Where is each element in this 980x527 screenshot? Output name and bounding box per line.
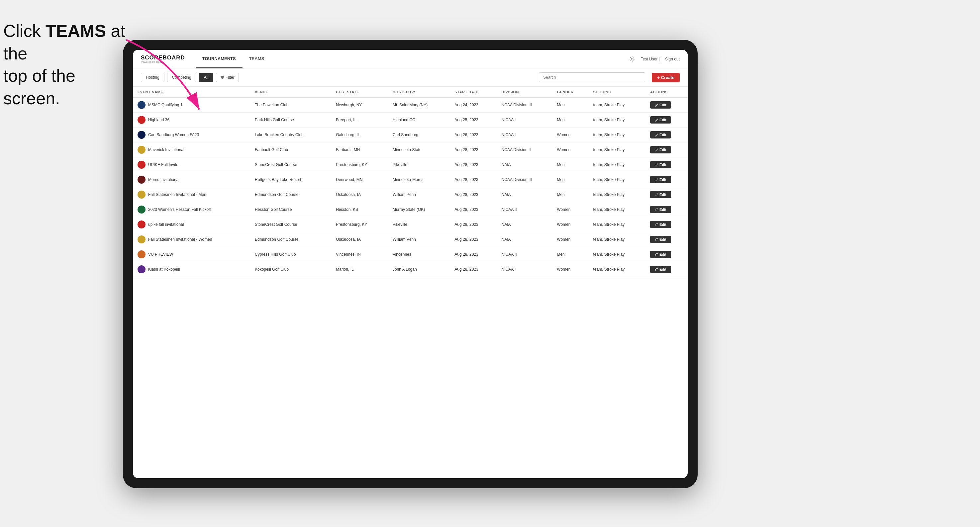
edit-button[interactable]: Edit [650, 161, 671, 168]
actions-cell: Edit [646, 262, 688, 277]
division-cell: NICAA II [497, 247, 552, 262]
city-state-cell: Marion, IL [331, 262, 388, 277]
event-name-cell: VU PREVIEW [133, 247, 250, 262]
division-cell: NAIA [497, 187, 552, 202]
venue-cell: StoneCrest Golf Course [250, 217, 331, 232]
table-row: Highland 36 Park Hills Golf CourseFreepo… [133, 113, 688, 127]
event-name: MSMC Qualifying 1 [148, 103, 182, 107]
city-state-cell: Newburgh, NY [331, 98, 388, 113]
scoring-cell: team, Stroke Play [589, 202, 646, 217]
edit-icon [655, 193, 658, 196]
hosted-by-cell: Vincennes [388, 247, 450, 262]
nav-tab-teams[interactable]: TEAMS [242, 50, 271, 68]
edit-button[interactable]: Edit [650, 146, 671, 153]
start-date-cell: Aug 28, 2023 [450, 217, 496, 232]
toolbar: Hosting Competing All Filter + Create [133, 68, 688, 87]
scoring-cell: team, Stroke Play [589, 127, 646, 143]
table-row: UPIKE Fall Invite StoneCrest Golf Course… [133, 157, 688, 172]
edit-button[interactable]: Edit [650, 131, 671, 138]
nav-tab-tournaments[interactable]: TOURNAMENTS [196, 50, 242, 68]
scoring-cell: team, Stroke Play [589, 172, 646, 187]
actions-cell: Edit [646, 202, 688, 217]
division-cell: NICAA I [497, 127, 552, 143]
venue-cell: Edmundson Golf Course [250, 232, 331, 247]
edit-button[interactable]: Edit [650, 266, 671, 273]
venue-cell: Hesston Golf Course [250, 202, 331, 217]
gender-cell: Men [552, 113, 588, 127]
event-name: UPIKE Fall Invite [148, 162, 178, 167]
city-state-cell: Hesston, KS [331, 202, 388, 217]
division-cell: NCAA Division III [497, 172, 552, 187]
start-date-cell: Aug 28, 2023 [450, 202, 496, 217]
scoring-cell: team, Stroke Play [589, 98, 646, 113]
hosting-button[interactable]: Hosting [141, 73, 164, 82]
start-date-cell: Aug 28, 2023 [450, 157, 496, 172]
edit-button[interactable]: Edit [650, 221, 671, 228]
actions-cell: Edit [646, 232, 688, 247]
gender-cell: Men [552, 247, 588, 262]
venue-cell: Ruttger's Bay Lake Resort [250, 172, 331, 187]
start-date-cell: Aug 24, 2023 [450, 98, 496, 113]
actions-cell: Edit [646, 98, 688, 113]
all-button[interactable]: All [199, 73, 213, 82]
table-row: Klash at Kokopelli Kokopelli Golf ClubMa… [133, 262, 688, 277]
division-cell: NAIA [497, 232, 552, 247]
competing-button[interactable]: Competing [167, 73, 196, 82]
gender-cell: Men [552, 187, 588, 202]
venue-cell: StoneCrest Golf Course [250, 157, 331, 172]
col-division: DIVISION [497, 87, 552, 98]
gender-cell: Women [552, 202, 588, 217]
start-date-cell: Aug 28, 2023 [450, 172, 496, 187]
actions-cell: Edit [646, 217, 688, 232]
scoring-cell: team, Stroke Play [589, 113, 646, 127]
edit-button[interactable]: Edit [650, 206, 671, 213]
scoring-cell: team, Stroke Play [589, 143, 646, 157]
venue-cell: Cypress Hills Golf Club [250, 247, 331, 262]
hosted-by-cell: Highland CC [388, 113, 450, 127]
division-cell: NCAA Division II [497, 143, 552, 157]
actions-cell: Edit [646, 172, 688, 187]
event-name-cell: upike fall invitational [133, 217, 250, 232]
signout-link[interactable]: Sign out [665, 57, 680, 62]
team-logo [138, 116, 145, 124]
edit-button[interactable]: Edit [650, 236, 671, 243]
create-button[interactable]: + Create [652, 73, 680, 83]
edit-button[interactable]: Edit [650, 101, 671, 109]
event-name: VU PREVIEW [148, 252, 173, 257]
city-state-cell: Galesburg, IL [331, 127, 388, 143]
team-logo [138, 101, 145, 109]
start-date-cell: Aug 25, 2023 [450, 113, 496, 127]
gear-icon[interactable] [629, 56, 635, 62]
gender-cell: Women [552, 143, 588, 157]
venue-cell: Kokopelli Golf Club [250, 262, 331, 277]
edit-button[interactable]: Edit [650, 251, 671, 258]
city-state-cell: Prestonsburg, KY [331, 157, 388, 172]
filter-button[interactable]: Filter [216, 73, 239, 82]
venue-cell: Faribault Golf Club [250, 143, 331, 157]
col-actions: ACTIONS [646, 87, 688, 98]
actions-cell: Edit [646, 127, 688, 143]
edit-icon [655, 238, 658, 241]
instruction-text: Click TEAMS at thetop of the screen. [3, 20, 136, 110]
team-logo [138, 251, 145, 258]
search-input[interactable] [539, 72, 645, 83]
table-row: upike fall invitational StoneCrest Golf … [133, 217, 688, 232]
city-state-cell: Prestonsburg, KY [331, 217, 388, 232]
team-logo [138, 131, 145, 139]
hosted-by-cell: Carl Sandburg [388, 127, 450, 143]
edit-icon [655, 208, 658, 211]
event-name: Maverick Invitational [148, 148, 185, 152]
division-cell: NAIA [497, 217, 552, 232]
table-row: Maverick Invitational Faribault Golf Clu… [133, 143, 688, 157]
edit-button[interactable]: Edit [650, 176, 671, 183]
hosted-by-cell: Minnesota State [388, 143, 450, 157]
svg-point-1 [631, 58, 633, 60]
user-label: Test User | [641, 57, 660, 62]
edit-button[interactable]: Edit [650, 191, 671, 198]
col-hosted-by: HOSTED BY [388, 87, 450, 98]
hosted-by-cell: William Penn [388, 187, 450, 202]
col-scoring: SCORING [589, 87, 646, 98]
edit-button[interactable]: Edit [650, 116, 671, 124]
gender-cell: Women [552, 217, 588, 232]
team-logo [138, 206, 145, 214]
